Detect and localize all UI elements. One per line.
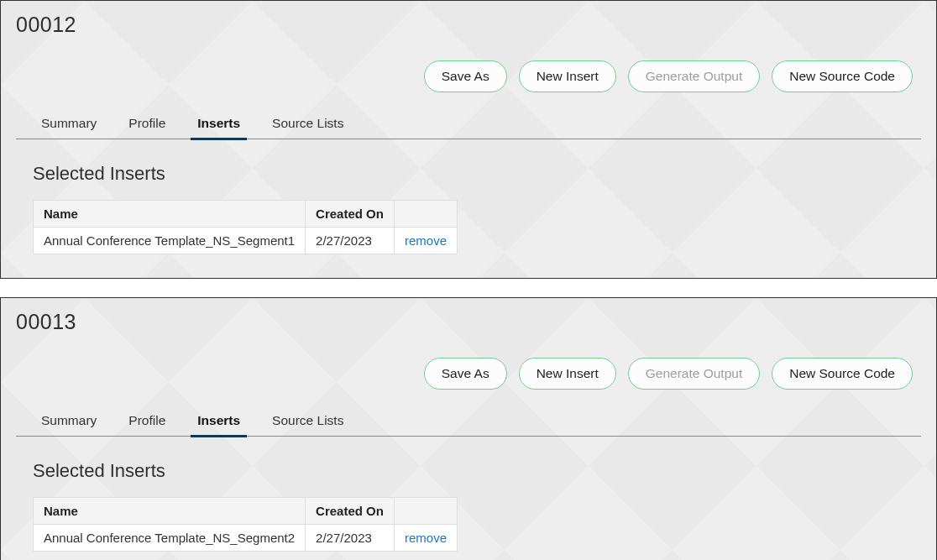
inserts-table: Name Created On Annual Conference Templa…: [33, 200, 458, 254]
remove-link[interactable]: remove: [405, 531, 447, 545]
col-name: Name: [34, 498, 306, 525]
panel-00012: 00012 Save As New Insert Generate Output…: [0, 0, 937, 279]
new-insert-button[interactable]: New Insert: [519, 60, 616, 92]
save-as-button[interactable]: Save As: [424, 358, 507, 390]
cell-name: Annual Conference Template_NS_Segment1: [34, 228, 306, 254]
table-header-row: Name Created On: [34, 498, 458, 525]
selected-inserts-heading: Selected Inserts: [33, 163, 921, 185]
panel-00013: 00013 Save As New Insert Generate Output…: [0, 297, 937, 560]
button-row: Save As New Insert Generate Output New S…: [16, 358, 921, 390]
table-header-row: Name Created On: [34, 201, 458, 228]
table-row: Annual Conference Template_NS_Segment1 2…: [34, 228, 458, 254]
cell-name: Annual Conference Template_NS_Segment2: [34, 525, 306, 552]
tab-summary[interactable]: Summary: [39, 406, 98, 437]
selected-inserts-heading: Selected Inserts: [33, 460, 921, 482]
tab-profile[interactable]: Profile: [127, 406, 167, 437]
tab-inserts[interactable]: Inserts: [196, 109, 242, 139]
panel-title: 00012: [16, 13, 921, 37]
new-insert-button[interactable]: New Insert: [519, 358, 616, 390]
tab-profile[interactable]: Profile: [127, 109, 167, 139]
cell-actions: remove: [394, 228, 457, 254]
tab-inserts[interactable]: Inserts: [196, 406, 242, 437]
inserts-table: Name Created On Annual Conference Templa…: [33, 497, 458, 552]
cell-actions: remove: [394, 525, 457, 552]
cell-created-on: 2/27/2023: [306, 525, 395, 552]
generate-output-button: Generate Output: [628, 358, 760, 390]
tab-summary[interactable]: Summary: [39, 109, 98, 139]
generate-output-button: Generate Output: [628, 60, 760, 92]
panel-title: 00013: [16, 310, 921, 334]
save-as-button[interactable]: Save As: [424, 60, 507, 92]
tabs: Summary Profile Inserts Source Lists: [16, 406, 921, 437]
tab-source-lists[interactable]: Source Lists: [270, 109, 345, 139]
tabs: Summary Profile Inserts Source Lists: [16, 109, 921, 139]
col-created-on: Created On: [306, 498, 395, 525]
col-actions: [394, 201, 457, 228]
new-source-code-button[interactable]: New Source Code: [772, 358, 913, 390]
table-row: Annual Conference Template_NS_Segment2 2…: [34, 525, 458, 552]
col-created-on: Created On: [306, 201, 395, 228]
col-name: Name: [34, 201, 306, 228]
tab-source-lists[interactable]: Source Lists: [270, 406, 345, 437]
col-actions: [394, 498, 457, 525]
remove-link[interactable]: remove: [405, 233, 447, 248]
cell-created-on: 2/27/2023: [306, 228, 395, 254]
new-source-code-button[interactable]: New Source Code: [772, 60, 913, 92]
button-row: Save As New Insert Generate Output New S…: [16, 60, 921, 92]
